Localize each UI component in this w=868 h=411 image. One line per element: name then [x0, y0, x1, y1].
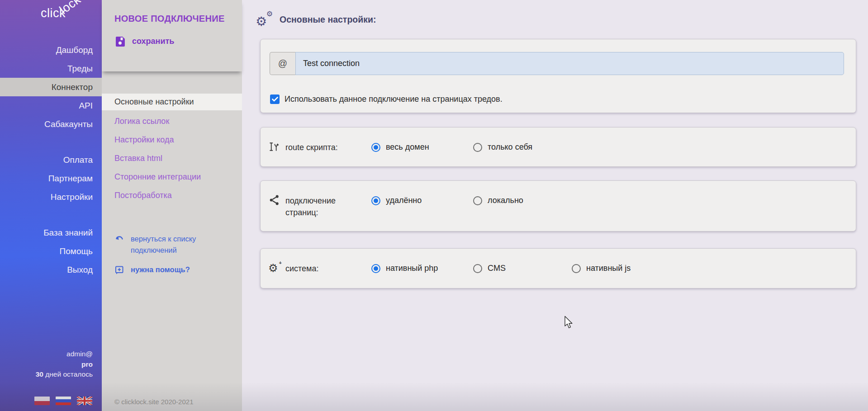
radio-label: CMS	[488, 264, 506, 273]
clicklock-logo[interactable]: clicklock	[41, 6, 88, 20]
radio-label: нативный php	[386, 264, 438, 273]
pages-card: подключение страниц: удалённо локально	[260, 180, 856, 231]
radio-unchecked-icon[interactable]	[473, 143, 482, 152]
connection-name-card: @ Использовать данное подключение на стр…	[260, 39, 856, 113]
copyright-text: © clicklock.site 2020-2021	[114, 398, 193, 406]
account-days-left: 30 дней осталось	[36, 369, 93, 380]
radio-label: только себя	[488, 142, 532, 152]
sidebar-item-connector[interactable]: Коннектор	[0, 78, 102, 96]
sidebar-item-knowledge-base[interactable]: База знаний	[0, 223, 102, 242]
sidebar-item-payment[interactable]: Оплата	[0, 151, 102, 169]
at-symbol-prefix: @	[270, 52, 295, 75]
russia-flag-icon[interactable]	[56, 397, 71, 405]
panel-menu-item-integrations[interactable]: Сторонние интеграции	[102, 168, 242, 186]
sidebar-gap	[0, 133, 102, 151]
route-setting-label-row: route скрипта:	[268, 141, 354, 153]
sidebar: clicklock Дашборд Треды Коннектор API Са…	[0, 0, 102, 411]
panel-menu-item-code-settings[interactable]: Настройки кода	[102, 131, 242, 149]
poland-flag-icon[interactable]	[34, 397, 50, 405]
radio-label: нативный js	[586, 264, 631, 273]
route-icon	[268, 141, 280, 153]
panel-links: вернуться к списку подключений нужна пом…	[114, 233, 205, 275]
pages-setting-label: подключение страниц:	[285, 194, 354, 218]
radio-checked-icon[interactable]	[371, 196, 380, 205]
route-card: route скрипта: весь домен только себя	[260, 127, 856, 167]
checkbox-checked-icon[interactable]	[270, 94, 280, 104]
panel-menu-item-link-logic[interactable]: Логика ссылок	[102, 112, 242, 131]
connection-name-input[interactable]	[295, 52, 844, 75]
radio-option-cms[interactable]: CMS	[473, 264, 506, 273]
panel-menu-item-postprocessing[interactable]: Постобработка	[102, 186, 242, 205]
share-icon	[268, 194, 280, 206]
sidebar-item-threads[interactable]: Треды	[0, 59, 102, 78]
system-setting-label-row: ⚙ + система:	[268, 262, 354, 274]
panel-menu-item-html-insert[interactable]: Вставка html	[102, 149, 242, 168]
route-setting-label: route скрипта:	[285, 141, 354, 153]
radio-option-local[interactable]: локально	[473, 196, 523, 205]
back-link-label: вернуться к списку подключений	[131, 233, 205, 256]
radio-option-remote[interactable]: удалённо	[371, 196, 422, 205]
sidebar-nav: Дашборд Треды Коннектор API Сабакаунты О…	[0, 0, 102, 279]
checkbox-label: Использовать данное подключение на стран…	[285, 94, 503, 104]
app-root: clicklock Дашборд Треды Коннектор API Са…	[0, 0, 868, 411]
connection-panel: НОВОЕ ПОДКЛЮЧЕНИЕ сохранить Основные нас…	[102, 0, 242, 411]
help-link-label: нужна помощь?	[131, 264, 190, 275]
save-button-label: сохранить	[132, 37, 174, 46]
sidebar-item-dashboard[interactable]: Дашборд	[0, 41, 102, 59]
panel-menu-item-basic-settings[interactable]: Основные настройки	[102, 94, 242, 110]
back-to-connections-link[interactable]: вернуться к списку подключений	[114, 233, 205, 256]
sidebar-item-settings[interactable]: Настройки	[0, 188, 102, 206]
radio-option-native-js[interactable]: нативный js	[572, 264, 631, 273]
account-plan: pro	[36, 359, 93, 370]
gear-glyph: ⚙	[268, 262, 278, 274]
sidebar-gap	[0, 206, 102, 223]
panel-header: НОВОЕ ПОДКЛЮЧЕНИЕ сохранить	[102, 0, 242, 71]
radio-option-native-php[interactable]: нативный php	[371, 264, 438, 273]
radio-checked-icon[interactable]	[371, 264, 380, 273]
radio-label: удалённо	[386, 196, 422, 205]
save-button[interactable]: сохранить	[114, 35, 174, 47]
save-floppy-icon	[114, 35, 126, 47]
page-title: Основные настройки:	[280, 14, 376, 25]
radio-option-only-self[interactable]: только себя	[473, 142, 532, 152]
panel-menu: Основные настройки Логика ссылок Настрой…	[102, 94, 242, 205]
use-on-threads-option[interactable]: Использовать данное подключение на стран…	[270, 94, 503, 104]
plus-glyph: +	[279, 260, 282, 265]
days-text: дней осталось	[43, 370, 93, 378]
language-switcher	[34, 397, 92, 405]
sidebar-item-partners[interactable]: Партнерам	[0, 169, 102, 188]
gears-icon: ⚙ ⚙	[256, 11, 273, 28]
main-header: ⚙ ⚙ Основные настройки:	[256, 11, 376, 28]
radio-unchecked-icon[interactable]	[473, 196, 482, 205]
sidebar-item-api[interactable]: API	[0, 96, 102, 115]
pages-setting-label-row: подключение страниц:	[268, 194, 354, 218]
radio-checked-icon[interactable]	[371, 143, 380, 152]
sidebar-item-logout[interactable]: Выход	[0, 260, 102, 279]
account-info: admin@ pro 30 дней осталось	[36, 349, 93, 380]
radio-label: локально	[488, 196, 523, 205]
add-comment-icon	[114, 265, 124, 275]
undo-arrow-icon	[114, 233, 124, 243]
account-email: admin@	[36, 349, 93, 359]
panel-title: НОВОЕ ПОДКЛЮЧЕНИЕ	[102, 0, 242, 24]
radio-label: весь домен	[386, 142, 429, 152]
gear-small-icon: ⚙	[266, 10, 273, 18]
gear-big-icon: ⚙	[256, 15, 267, 28]
sidebar-item-help[interactable]: Помощь	[0, 242, 102, 260]
uk-flag-icon[interactable]	[77, 397, 92, 405]
system-card: ⚙ + система: нативный php CMS нативный j…	[260, 248, 856, 288]
days-number: 30	[36, 370, 43, 378]
radio-unchecked-icon[interactable]	[473, 264, 482, 273]
sidebar-item-subaccounts[interactable]: Сабакаунты	[0, 115, 102, 133]
radio-option-whole-domain[interactable]: весь домен	[371, 142, 429, 152]
radio-unchecked-icon[interactable]	[572, 264, 581, 273]
system-setting-label: система:	[285, 262, 354, 274]
gear-plus-icon: ⚙ +	[268, 262, 280, 274]
main-content: ⚙ ⚙ Основные настройки: @ Использовать д…	[242, 0, 868, 411]
connection-name-input-group: @	[270, 52, 844, 75]
need-help-link[interactable]: нужна помощь?	[114, 264, 205, 275]
